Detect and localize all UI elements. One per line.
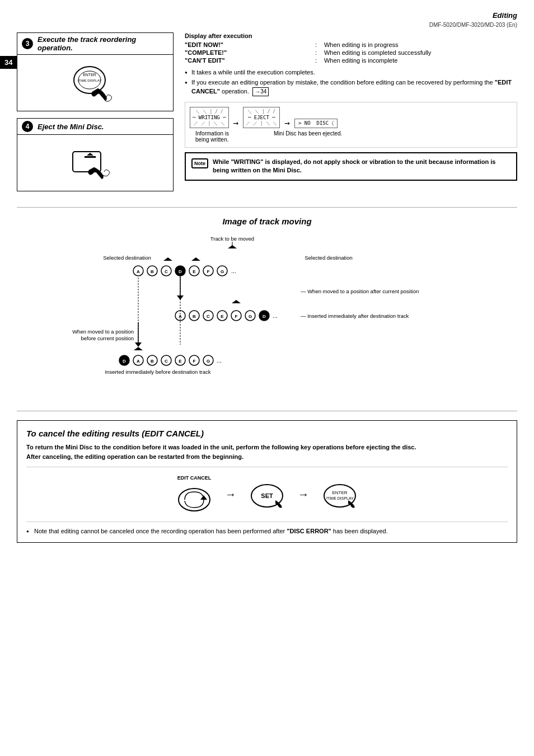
section-divider-2 (17, 411, 517, 411)
svg-text:ENTER: ENTER (332, 490, 347, 495)
svg-text:F: F (207, 269, 210, 274)
svg-text:A: A (137, 269, 140, 274)
svg-text:/TIME DISPLAY: /TIME DISPLAY (326, 496, 354, 500)
track-moving-section: Image of track moving Track to be moved … (17, 217, 517, 402)
page-header: Editing (17, 11, 517, 20)
arrow-cancel-1: → (225, 488, 236, 501)
step-4-title: Eject the Mini Disc. (38, 123, 104, 131)
bullet-1: It takes a while until the execution com… (185, 68, 517, 77)
svg-text:/TIME DISPLAY: /TIME DISPLAY (78, 79, 102, 82)
svg-text:G: G (221, 269, 224, 274)
svg-text:SET: SET (261, 492, 273, 499)
section-divider-1 (17, 207, 517, 208)
label-inserted-after: — Inserted immediately after destination… (301, 313, 409, 319)
svg-text:F: F (193, 359, 196, 364)
label-track-to-move: Track to be moved (210, 236, 254, 242)
svg-text:E: E (179, 359, 182, 364)
display-key-2: "COMPLETE!" (185, 49, 313, 56)
svg-text:...: ... (217, 357, 222, 364)
arrow-1: → (233, 118, 239, 128)
svg-text:E: E (193, 269, 196, 274)
edit-cancel-label: EDIT CANCEL (177, 475, 212, 481)
step-3-number: 3 (22, 38, 33, 49)
svg-text:B: B (151, 269, 154, 274)
info-writing: Information isbeing written. (195, 130, 229, 143)
label-moved-before: When moved to a position (72, 328, 134, 335)
svg-text:C: C (165, 359, 168, 364)
svg-marker-47 (135, 342, 142, 347)
step-3-content: ENTER /TIME DISPLAY (17, 55, 173, 111)
note-text: While "WRITING" is displayed, do not app… (213, 158, 510, 175)
step-3-title: Execute the track reordering operation. (38, 35, 168, 52)
track-diagram-svg: Track to be moved Selected destination S… (93, 233, 441, 401)
set-button-svg: SET (247, 479, 287, 510)
svg-text:...: ... (273, 312, 278, 319)
svg-marker-5 (87, 153, 93, 156)
bullet-list: It takes a while until the execution com… (185, 68, 517, 96)
svg-text:B: B (193, 314, 196, 319)
diagram-labels: Information isbeing written. Mini Disc h… (190, 130, 512, 143)
svg-text:F: F (235, 314, 238, 319)
note-icon: Note (191, 158, 208, 169)
track-diagram-container: Track to be moved Selected destination S… (93, 233, 441, 402)
step-3-header: 3 Execute the track reordering operation… (17, 33, 173, 55)
right-column: Display after execution "EDIT NOW!" : Wh… (185, 32, 517, 198)
label-moved-after: — When moved to a position after current… (301, 288, 419, 294)
bullet-2: If you execute an editing operation by m… (185, 78, 517, 96)
diagram-box: ＼ ＼ | / / ─ WRITING ─ ／ ／ | ＼ ＼ → ＼ ＼ | … (185, 102, 517, 148)
svg-text:D: D (179, 269, 182, 274)
display-val-2: When editing is completed successfully (324, 49, 517, 56)
svg-text:C: C (165, 269, 168, 274)
svg-text:D: D (123, 359, 126, 364)
eject-button-illustration (56, 140, 134, 185)
enter-cancel-button-svg: ENTER /TIME DISPLAY (320, 479, 359, 510)
cancel-note: Note that editing cannot be canceled onc… (26, 528, 508, 534)
label-inserted-before: Inserted immediately before destination … (105, 369, 210, 375)
label-moved-before2: before current position (81, 335, 134, 341)
ref-box: →34 (252, 87, 269, 96)
display-val-1: When editing is in progress (324, 41, 517, 48)
track-moving-title: Image of track moving (17, 217, 517, 226)
svg-rect-6 (85, 156, 96, 158)
svg-text:ENTER: ENTER (83, 73, 96, 77)
svg-marker-65 (200, 495, 207, 500)
model-number: DMF-5020/DMF-3020/MD-203 (En) (17, 22, 517, 28)
section-title: Editing (493, 11, 517, 20)
svg-text:B: B (151, 359, 154, 364)
display-val-3: When editing is incomplete (324, 57, 517, 64)
svg-text:D: D (263, 314, 266, 319)
label-selected-dest-right: Selected destination (305, 255, 353, 261)
display-section-title: Display after execution (185, 32, 517, 39)
step-4-block: 4 Eject the Mini Disc. (17, 118, 174, 191)
step-3-block: 3 Execute the track reordering operation… (17, 32, 174, 111)
left-column: 3 Execute the track reordering operation… (17, 32, 174, 198)
svg-marker-10 (191, 257, 200, 261)
cancel-section: To cancel the editing results (EDIT CANC… (17, 420, 517, 543)
arrow-cancel-2: → (298, 488, 309, 501)
svg-marker-48 (134, 347, 143, 350)
display-section: Display after execution "EDIT NOW!" : Wh… (185, 32, 517, 96)
page-number: 34 (0, 56, 17, 69)
main-content: 3 Execute the track reordering operation… (17, 32, 517, 198)
label-selected-dest-left: Selected destination (103, 255, 151, 261)
display-table: "EDIT NOW!" : When editing is in progres… (185, 41, 517, 64)
svg-text:G: G (249, 314, 252, 319)
display-key-1: "EDIT NOW!" (185, 41, 313, 48)
display-sep-1: : (315, 41, 322, 48)
svg-text:E: E (221, 314, 224, 319)
svg-text:C: C (207, 314, 210, 319)
svg-marker-8 (228, 245, 237, 248)
cancel-diagram: EDIT CANCEL → SET → (26, 467, 508, 522)
svg-marker-28 (232, 300, 241, 303)
info-ejected: Mini Disc has been ejected. (274, 130, 342, 143)
svg-text:G: G (207, 359, 210, 364)
display-key-3: "CAN'T EDIT" (185, 57, 313, 64)
arrow-2: → (284, 118, 290, 128)
step-4-number: 4 (22, 121, 33, 132)
display-sep-2: : (315, 49, 322, 56)
enter-button-illustration: ENTER /TIME DISPLAY (56, 60, 134, 105)
step-4-content (17, 135, 173, 191)
note-box: Note While "WRITING" is displayed, do no… (185, 152, 517, 181)
svg-marker-9 (163, 257, 172, 261)
cancel-title: To cancel the editing results (EDIT CANC… (26, 429, 508, 438)
